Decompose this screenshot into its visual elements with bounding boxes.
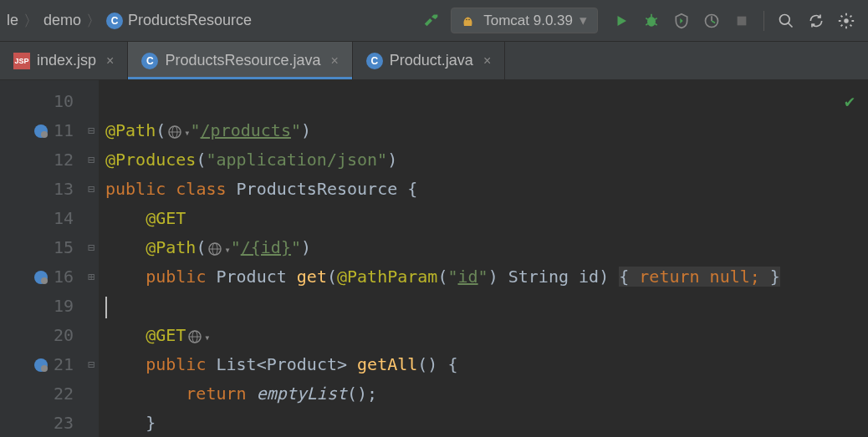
- code-content[interactable]: ✔ @Path(▾"/products") @Produces("applica…: [99, 80, 868, 437]
- line-number: 16: [54, 262, 74, 292]
- profile-button[interactable]: [698, 8, 725, 34]
- run-config-label: Tomcat 9.0.39: [483, 13, 573, 29]
- globe-icon[interactable]: [187, 329, 202, 344]
- endpoint-icon[interactable]: [33, 358, 49, 373]
- url-path[interactable]: /{id}: [241, 237, 291, 257]
- line-number: 19: [54, 292, 74, 321]
- method-name: get: [297, 267, 327, 287]
- line-number: 14: [54, 204, 74, 233]
- line-gutter: 10 11 12 13 14 15 16 19 20 21 22 23: [0, 80, 84, 437]
- chevron-right-icon: 〉: [23, 11, 38, 31]
- chevron-down-icon[interactable]: ▾: [184, 127, 190, 139]
- run-config-selector[interactable]: Tomcat 9.0.39 ▾: [451, 8, 598, 33]
- annotation: @Path: [105, 120, 156, 140]
- line-number: 15: [54, 233, 74, 262]
- breadcrumb-item[interactable]: demo: [43, 12, 81, 29]
- svg-rect-9: [738, 16, 747, 25]
- svg-point-12: [844, 18, 849, 23]
- svg-point-2: [647, 17, 656, 27]
- tomcat-icon: [462, 13, 477, 28]
- breadcrumb-item[interactable]: ProductsResource: [128, 12, 252, 29]
- fold-toggle[interactable]: ⊞: [84, 262, 99, 292]
- close-icon[interactable]: ×: [106, 53, 114, 69]
- folded-body[interactable]: { return null; }: [619, 267, 780, 287]
- class-icon: C: [106, 13, 123, 29]
- line-number: 12: [54, 145, 74, 175]
- code-editor[interactable]: 10 11 12 13 14 15 16 19 20 21 22 23 ⊟ ⊟ …: [0, 80, 868, 437]
- tab-label: index.jsp: [37, 52, 96, 69]
- tab-products-resource[interactable]: C ProductsResource.java ×: [128, 42, 352, 79]
- chevron-down-icon: ▾: [580, 12, 587, 29]
- line-number: 21: [54, 350, 74, 379]
- svg-line-6: [646, 23, 648, 25]
- main-toolbar: le 〉 demo 〉 C ProductsResource Tomcat 9.…: [0, 0, 868, 42]
- svg-line-7: [655, 23, 657, 25]
- svg-line-11: [789, 23, 793, 27]
- tab-label: ProductsResource.java: [165, 52, 320, 69]
- tab-label: Product.java: [390, 52, 473, 69]
- breadcrumb[interactable]: le 〉 demo 〉 C ProductsResource: [7, 11, 252, 31]
- endpoint-icon[interactable]: [33, 124, 49, 139]
- coverage-button[interactable]: [668, 8, 695, 34]
- line-number: 11: [54, 116, 74, 145]
- breadcrumb-item[interactable]: le: [7, 12, 18, 29]
- close-icon[interactable]: ×: [330, 53, 338, 69]
- method-name: getAll: [357, 354, 417, 374]
- toolbar-divider: [763, 11, 764, 31]
- svg-line-5: [655, 18, 657, 19]
- globe-icon[interactable]: [207, 241, 222, 257]
- svg-point-18: [41, 365, 48, 372]
- class-icon: C: [141, 53, 158, 69]
- line-number: 13: [54, 175, 74, 204]
- svg-point-14: [41, 131, 48, 138]
- annotation: @Path: [146, 237, 196, 257]
- tab-index-jsp[interactable]: JSP index.jsp ×: [0, 42, 128, 79]
- svg-point-0: [466, 18, 467, 20]
- fold-toggle[interactable]: ⊟: [84, 145, 99, 175]
- annotation: @GET: [146, 208, 186, 228]
- editor-tabs: JSP index.jsp × C ProductsResource.java …: [0, 42, 868, 80]
- fold-toggle[interactable]: ⊟: [84, 350, 99, 379]
- fold-gutter: ⊟ ⊟ ⊟ ⊟ ⊞ ⊟: [84, 80, 99, 437]
- annotation: @Produces: [105, 150, 196, 170]
- line-number: 22: [54, 379, 74, 409]
- settings-button[interactable]: [833, 8, 860, 34]
- stop-button[interactable]: [728, 8, 755, 34]
- build-icon[interactable]: [422, 10, 441, 32]
- tab-product[interactable]: C Product.java ×: [353, 42, 505, 79]
- sync-button[interactable]: [803, 8, 830, 34]
- svg-point-10: [780, 14, 790, 24]
- fold-toggle[interactable]: ⊟: [84, 175, 99, 204]
- class-icon: C: [366, 53, 383, 69]
- chevron-right-icon: 〉: [86, 11, 101, 31]
- debug-button[interactable]: [638, 8, 665, 34]
- svg-line-4: [646, 18, 648, 19]
- line-number: 23: [54, 409, 74, 437]
- endpoint-icon[interactable]: [33, 270, 49, 285]
- class-name: ProductsResource: [237, 179, 398, 199]
- run-button[interactable]: [608, 8, 635, 34]
- text-caret: [105, 297, 107, 318]
- analysis-ok-icon[interactable]: ✔: [845, 87, 855, 116]
- jsp-icon: JSP: [13, 53, 30, 69]
- svg-point-16: [41, 277, 48, 284]
- fold-toggle[interactable]: ⊟: [84, 116, 99, 145]
- line-number: 10: [54, 87, 74, 116]
- globe-icon[interactable]: [167, 124, 182, 140]
- line-number: 20: [54, 321, 74, 350]
- search-button[interactable]: [773, 8, 799, 34]
- annotation: @GET: [146, 325, 186, 345]
- chevron-down-icon[interactable]: ▾: [204, 332, 210, 343]
- svg-point-1: [468, 18, 470, 20]
- close-icon[interactable]: ×: [483, 53, 491, 69]
- chevron-down-icon[interactable]: ▾: [224, 244, 230, 256]
- url-path[interactable]: /products: [201, 120, 291, 140]
- fold-toggle[interactable]: ⊟: [84, 233, 99, 262]
